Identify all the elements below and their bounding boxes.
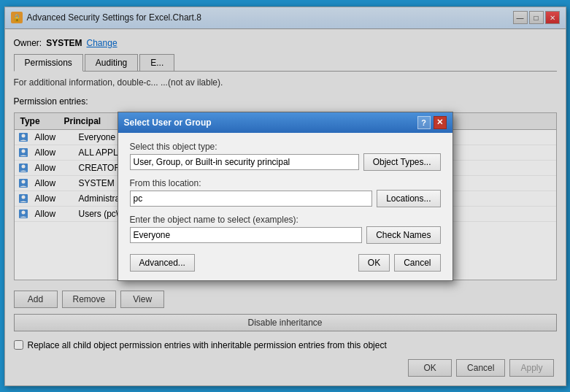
object-type-section: Select this object type: Object Types... [130, 142, 441, 171]
object-types-button[interactable]: Object Types... [363, 153, 441, 171]
dialog-cancel-button[interactable]: Cancel [394, 254, 440, 272]
object-name-row: Check Names [130, 226, 441, 244]
dialog-close-button[interactable]: ✕ [434, 116, 447, 129]
dialog-help-button[interactable]: ? [417, 116, 431, 129]
dialog-title-buttons: ? ✕ [417, 116, 447, 129]
dialog-ok-button[interactable]: OK [358, 254, 390, 272]
advanced-button[interactable]: Advanced... [130, 254, 195, 272]
check-names-button[interactable]: Check Names [366, 226, 440, 244]
object-type-input[interactable] [130, 154, 359, 170]
dialog-final-buttons: OK Cancel [358, 254, 441, 272]
main-window: 🔒 Advanced Security Settings for Excel.C… [4, 7, 566, 386]
dialog-bottom-row: Advanced... OK Cancel [130, 254, 441, 272]
locations-button[interactable]: Locations... [377, 190, 440, 207]
location-row: Locations... [130, 190, 441, 207]
dialog-overlay: Select User or Group ? ✕ Select this obj… [5, 7, 566, 385]
location-input[interactable] [130, 191, 373, 207]
location-section: From this location: Locations... [130, 178, 441, 207]
dialog-title: Select User or Group [124, 118, 212, 128]
object-name-input[interactable] [130, 227, 363, 243]
select-user-dialog: Select User or Group ? ✕ Select this obj… [118, 112, 453, 281]
object-type-label: Select this object type: [130, 142, 441, 152]
location-label: From this location: [130, 178, 441, 188]
dialog-body: Select this object type: Object Types...… [118, 133, 452, 280]
object-name-section: Enter the object name to select (example… [130, 215, 441, 244]
object-name-label: Enter the object name to select (example… [130, 215, 441, 225]
object-type-row: Object Types... [130, 153, 441, 171]
dialog-title-bar: Select User or Group ? ✕ [118, 112, 452, 133]
